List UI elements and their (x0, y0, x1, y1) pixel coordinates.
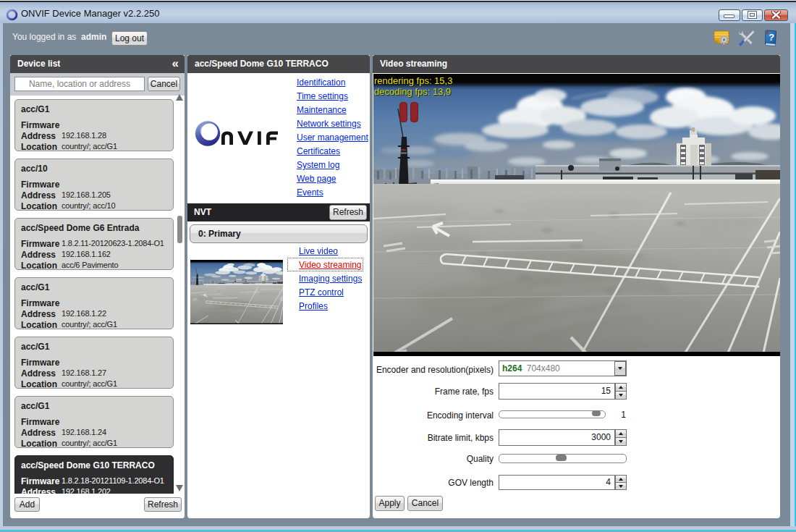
svg-text:?: ? (769, 32, 775, 43)
